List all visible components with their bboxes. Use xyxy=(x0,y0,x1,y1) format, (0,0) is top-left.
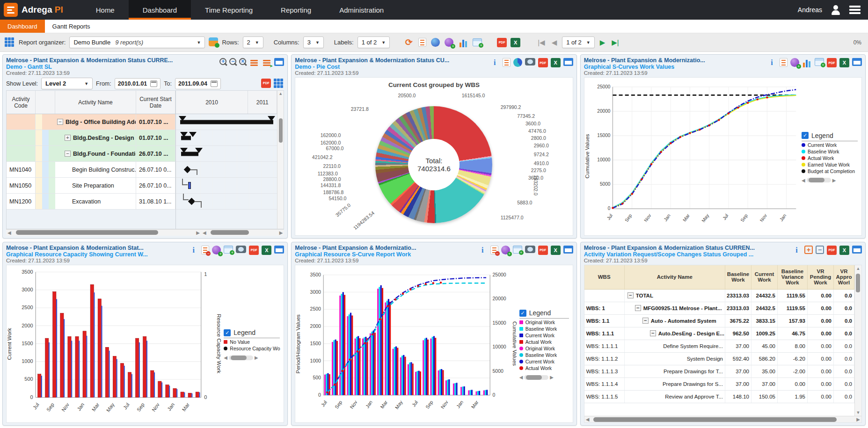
vr-table-row[interactable]: WBS: 1.1−Auto - Automated System3675.223… xyxy=(584,315,854,327)
gantt-vertical-scrollbar[interactable]: ▲ xyxy=(277,91,284,229)
vr-table-row[interactable]: WBS: 1.1.1.1Define System Require...37.0… xyxy=(584,340,854,353)
rows-select[interactable]: 2▼ xyxy=(243,36,263,48)
maximize-icon[interactable] xyxy=(852,246,862,254)
expand-toggle[interactable]: − xyxy=(65,151,71,157)
maximize-icon[interactable] xyxy=(563,246,573,254)
expand-toggle[interactable]: − xyxy=(627,292,634,298)
subtab-dashboard[interactable]: Dashboard xyxy=(0,20,45,33)
adrega-logo-icon[interactable] xyxy=(4,3,18,17)
gantt-row[interactable]: MN1200Excavation31.08.10 1... xyxy=(7,194,175,210)
gantt-chart-hscrollbar[interactable]: ◀▶ xyxy=(201,229,284,236)
gantt-bar-row[interactable] xyxy=(176,194,277,210)
pdf-icon[interactable]: PDF xyxy=(827,58,837,67)
gantt-row[interactable]: −Bldg - Office Building Addition01.07.10… xyxy=(7,114,175,130)
lines-icon[interactable] xyxy=(249,58,259,67)
expand-toggle[interactable]: + xyxy=(65,135,71,141)
page-first-button[interactable]: |◀ xyxy=(536,38,546,47)
vr-hscrollbar[interactable]: ◀▶ xyxy=(584,416,861,422)
maximize-icon[interactable] xyxy=(563,58,573,66)
nav-item-administration[interactable]: Administration xyxy=(325,0,398,20)
info-icon[interactable]: i xyxy=(189,246,198,255)
nav-item-reporting[interactable]: Reporting xyxy=(267,0,325,20)
pdf-icon[interactable]: PDF xyxy=(538,58,548,67)
panel-subtitle[interactable]: Graphical Resource S-Curve Report Work xyxy=(295,251,474,258)
lines-arrow-icon[interactable] xyxy=(262,58,271,67)
legend-scrollbar[interactable]: ◀▶ xyxy=(224,355,258,360)
page-select[interactable]: 1 of 2▼ xyxy=(562,36,594,48)
subtab-gantt-reports[interactable]: Gantt Reports xyxy=(45,20,98,33)
info-icon[interactable]: i xyxy=(490,58,500,67)
bars-icon[interactable] xyxy=(802,58,812,67)
from-date-input[interactable]: 2010.01.01 xyxy=(115,78,161,89)
list-icon[interactable] xyxy=(503,58,511,67)
info-icon[interactable]: i xyxy=(478,246,488,255)
pdf-icon[interactable]: PDF xyxy=(249,246,259,255)
list-minus-icon[interactable] xyxy=(201,246,209,254)
panel-subtitle[interactable]: Graphical Resource Capacity Showing Curr… xyxy=(6,251,186,258)
pdf-icon[interactable]: PDF xyxy=(497,38,507,47)
sphere-blue-icon[interactable] xyxy=(431,38,440,47)
list-icon[interactable] xyxy=(780,58,788,67)
pdf-icon[interactable]: PDF xyxy=(261,79,271,88)
pie-icon[interactable] xyxy=(513,58,522,67)
calendar-icon[interactable] xyxy=(211,80,218,87)
menu-icon[interactable] xyxy=(849,6,861,14)
pdf-icon[interactable]: PDF xyxy=(827,246,837,255)
gantt-row[interactable]: +Bldg.DesEng - Design and...01.07.10 ... xyxy=(7,130,175,146)
legend-scrollbar[interactable]: ◀▶ xyxy=(802,178,836,183)
list-minus-icon[interactable] xyxy=(490,246,498,254)
page-last-button[interactable]: ▶| xyxy=(610,38,620,47)
camera-icon[interactable] xyxy=(236,246,246,253)
zoom-in-icon[interactable]: + xyxy=(219,58,226,65)
plus-square-icon[interactable]: + xyxy=(804,246,813,254)
panel-subtitle[interactable]: Activity Variation Request/Scope Changes… xyxy=(584,251,789,258)
camera-icon[interactable] xyxy=(525,246,535,253)
to-date-input[interactable]: 2011.09.04 xyxy=(175,78,221,89)
gantt-bar-row[interactable] xyxy=(176,146,277,162)
excel-icon[interactable]: X xyxy=(551,246,561,255)
grid9-icon[interactable] xyxy=(274,79,284,89)
info-icon[interactable]: i xyxy=(767,58,777,67)
vr-table-row[interactable]: −TOTAL23313.0324432.51119.550.000.0 xyxy=(584,290,854,302)
table-add-icon[interactable] xyxy=(513,246,522,254)
labels-select[interactable]: 1 of 2▼ xyxy=(357,36,390,48)
sphere-icon[interactable] xyxy=(501,246,510,254)
gantt-bar-row[interactable] xyxy=(176,162,277,178)
gantt-row[interactable]: MN1040Begin Building Construc...26.07.10… xyxy=(7,162,175,178)
vr-vertical-scrollbar[interactable]: ▲ ▼ xyxy=(854,265,861,416)
expand-toggle[interactable]: − xyxy=(57,119,63,125)
excel-icon[interactable]: X xyxy=(839,246,849,255)
info-icon[interactable]: i xyxy=(792,246,802,255)
minus-square-icon[interactable]: − xyxy=(816,246,824,254)
vr-table-row[interactable]: WBS: 1−MFG00925-11 Melrose - Plant...233… xyxy=(584,302,854,315)
bucket-icon[interactable] xyxy=(209,37,218,46)
legend-checkbox[interactable]: ✓ xyxy=(802,132,809,139)
sphere-icon[interactable] xyxy=(445,38,453,47)
nav-item-home[interactable]: Home xyxy=(82,0,129,20)
vr-table-row[interactable]: WBS: 1.1.1.3Prepare Drawings for T...37.… xyxy=(584,365,854,378)
sphere-icon[interactable] xyxy=(790,58,799,67)
expand-toggle[interactable]: − xyxy=(650,330,656,336)
gantt-row[interactable]: −Bldg.Found - Foundation26.07.10 ... xyxy=(7,146,175,162)
pie-chart[interactable]: Total: 7402314.6 20500.01615145.023721.8… xyxy=(295,88,572,235)
page-prev-button[interactable]: ◀ xyxy=(550,38,559,47)
gantt-table-hscrollbar[interactable]: ◀▶ xyxy=(6,229,201,236)
zoom-out-icon[interactable]: − xyxy=(229,58,236,65)
panel-subtitle[interactable]: Demo - Pie Cost xyxy=(295,64,487,70)
nav-item-dashboard[interactable]: Dashboard xyxy=(129,0,191,20)
list-icon[interactable] xyxy=(418,38,426,47)
maximize-icon[interactable] xyxy=(274,58,284,66)
gantt-bar-row[interactable] xyxy=(176,178,277,194)
legend-scrollbar[interactable]: ◀▶ xyxy=(519,375,554,380)
bundle-select[interactable]: Demo Bundle9 report(s) ▼ xyxy=(69,36,205,48)
maximize-icon[interactable] xyxy=(274,246,284,254)
table-add-icon[interactable] xyxy=(224,246,233,254)
user-avatar-icon[interactable] xyxy=(831,5,841,15)
sphere-icon[interactable] xyxy=(212,246,221,254)
gantt-bar-row[interactable] xyxy=(176,114,277,130)
vr-table-row[interactable]: WBS: 1.1.1.5Review and Approve T...148.1… xyxy=(584,391,854,403)
zoom-reset-icon[interactable]: × xyxy=(239,58,246,65)
excel-icon[interactable]: X xyxy=(262,246,271,255)
table-add-icon[interactable] xyxy=(815,58,824,66)
nav-item-time-reporting[interactable]: Time Reporting xyxy=(191,0,267,20)
